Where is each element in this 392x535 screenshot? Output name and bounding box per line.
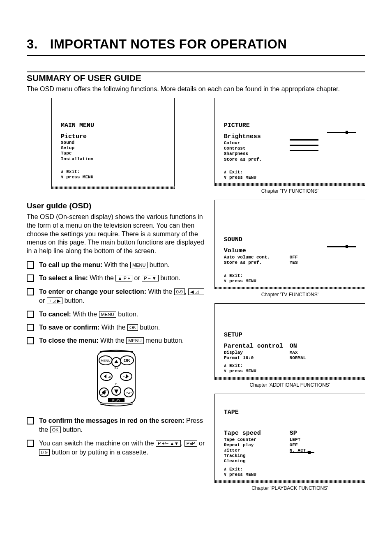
osd-title: SOUND: [224, 236, 356, 243]
num-key: 0-9: [39, 449, 50, 456]
osd-highlight: Parental control: [224, 343, 290, 350]
menu-key: MENU: [130, 262, 148, 268]
left-minus-key: ◀ ◿ −: [188, 288, 204, 295]
osd-row: DisplayMAX: [224, 350, 356, 355]
osd-highlight: Volume: [224, 247, 246, 255]
osd-row: Sharpness: [224, 151, 356, 157]
osd-item: Sound: [61, 140, 165, 145]
main-menu-osd: MAIN MENU Picture Sound Setup Tape Insta…: [51, 98, 175, 189]
step-confirm-red: To confirm the messages in red on the sc…: [27, 416, 206, 435]
remote-diagram: MENU OK P+ ⊿- +⊿ P: [27, 350, 206, 411]
osd-item: Installation: [61, 157, 165, 162]
step-save: To save or confirm: With the OK button.: [27, 323, 206, 332]
slider-icon: [290, 139, 318, 141]
sound-osd: SOUND Volume Auto volume cont.OFF Store …: [214, 200, 365, 289]
osd-exit: ∧ Exit: ∨ press MENU: [224, 467, 356, 477]
osd-exit: ∧ Exit: ∨ press MENU: [224, 273, 356, 284]
chapter-heading: 3.IMPORTANT NOTES FOR OPERATION: [27, 37, 365, 56]
section-heading: SUMMARY OF USER GUIDE: [27, 73, 365, 83]
svg-text:PLAY: PLAY: [112, 399, 121, 402]
step-select-line: To select a line: With the ▲ P + or P − …: [27, 274, 206, 283]
step-close: To close the menu: With the MENU menu bu…: [27, 336, 206, 345]
osd-caption: Chapter 'ADDITIONAL FUNCTIONS': [214, 382, 365, 388]
slider-icon: [290, 150, 318, 151]
osd-caption: Chapter 'TV FUNCTIONS': [214, 188, 365, 194]
svg-text:P.: P.: [115, 383, 118, 385]
menu-key: MENU: [99, 311, 116, 318]
osd-exit: ∧ Exit: ∨ press MENU: [224, 363, 356, 374]
chapter-title: IMPORTANT NOTES FOR OPERATION: [50, 37, 287, 51]
setup-osd: SETUP Parental controlON DisplayMAX Form…: [214, 303, 365, 380]
checkbox-icon: [27, 440, 34, 447]
picture-osd: PICTURE Brightness Colour Contrast Sharp…: [214, 98, 365, 186]
osd-row: Tracking: [224, 453, 356, 459]
osd-row: Store as pref.: [224, 157, 356, 162]
p-plus-key: ▲ P +: [115, 275, 132, 281]
p-minus-key: P − ▼: [142, 275, 159, 281]
osd-row: Cleaning: [224, 459, 356, 464]
slider-icon: [290, 452, 314, 453]
osd-row: Format 16:9NORMAL: [224, 355, 356, 361]
step-callup: To call up the menu: With the MENU butto…: [27, 261, 206, 270]
ok-key: OK: [127, 324, 138, 331]
osd-item: Tape: [61, 151, 165, 156]
slider-icon: [327, 132, 356, 133]
checkbox-icon: [27, 288, 34, 295]
checkbox-icon: [27, 311, 34, 318]
svg-text:P◂P: P◂P: [126, 391, 132, 395]
checkbox-icon: [27, 274, 34, 282]
menu-key: MENU: [126, 337, 143, 344]
osd-highlight: Brightness: [224, 133, 261, 141]
osd-row: Store as pref.YES: [224, 260, 356, 265]
slider-icon: [327, 246, 356, 247]
step-cancel: To cancel: With the MENU button.: [27, 310, 206, 319]
osd-exit: ∧ Exit: ∨ press MENU: [224, 170, 356, 180]
svg-text:P+: P+: [115, 367, 118, 370]
osd-exit: ∧ Exit: ∨ press MENU: [61, 169, 165, 180]
svg-text:⊿-: ⊿-: [108, 375, 112, 378]
checkbox-icon: [27, 261, 34, 269]
userguide-para: The OSD (On-screen display) shows the va…: [27, 213, 206, 256]
osd-title: TAPE: [224, 409, 356, 416]
ok-key: OK: [50, 427, 61, 433]
osd-item: Setup: [61, 145, 165, 151]
osd-title: MAIN MENU: [61, 122, 165, 129]
right-plus-key: + ◿ ▶: [47, 297, 63, 304]
osd-row: Repeat playOFF: [224, 443, 356, 448]
step-switch-on: You can switch the machine on with the P…: [27, 439, 206, 457]
checkbox-icon: [27, 417, 34, 424]
osd-row: Tape counterLEFT: [224, 437, 356, 443]
intro-text: The OSD menu offers the following functi…: [27, 85, 365, 93]
tape-osd: TAPE Tape speedSP Tape counterLEFT Repea…: [214, 394, 365, 483]
step-enter-change: To enter or change your selection: With …: [27, 287, 206, 306]
osd-highlight: Tape speed: [224, 430, 290, 437]
osd-title: PICTURE: [224, 122, 356, 129]
osd-highlight: Picture: [61, 133, 165, 140]
p-swap-key: P◂P: [184, 440, 197, 447]
osd-row: Auto volume cont.OFF: [224, 255, 356, 260]
svg-text:OK: OK: [124, 358, 131, 363]
slider-icon: [290, 145, 318, 146]
checkbox-icon: [27, 324, 34, 331]
osd-caption: Chapter 'TV FUNCTIONS': [214, 292, 365, 297]
chapter-number: 3.: [27, 37, 38, 51]
osd-caption: Chapter 'PLAYBACK FUNCTIONS': [214, 485, 365, 491]
checkbox-icon: [27, 337, 34, 344]
userguide-heading: User guide (OSD): [27, 201, 206, 210]
p-updown-key: P +/− ▲▼: [156, 440, 181, 447]
osd-title: SETUP: [224, 332, 356, 339]
svg-text:MENU: MENU: [101, 359, 111, 362]
num-key: 0-9: [174, 288, 185, 295]
